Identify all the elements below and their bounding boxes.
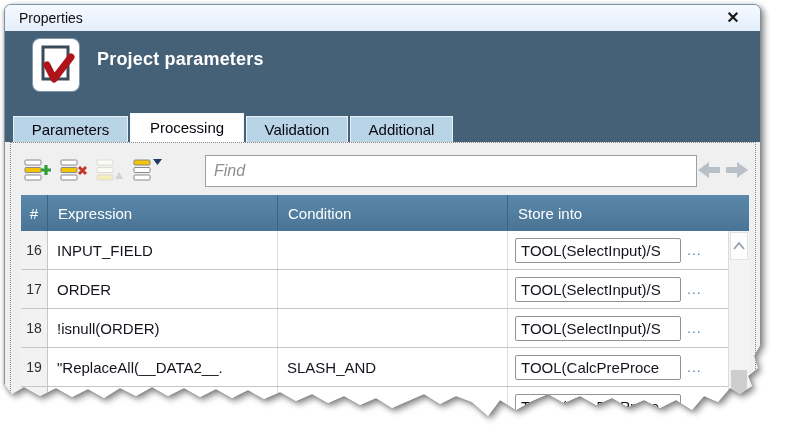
table-row[interactable]: 17 ORDER TOOL(SelectInput)/S ...	[21, 270, 728, 309]
find-prev-icon[interactable]	[697, 160, 721, 180]
find-input[interactable]	[205, 155, 697, 187]
properties-window-shadow: Properties ✕ Project parameters Paramete…	[4, 4, 761, 440]
store-into-cell[interactable]: TOOL(CalcPreProce ...	[508, 387, 728, 425]
store-into-ellipsis[interactable]: ...	[687, 359, 702, 375]
move-up-icon	[95, 156, 125, 184]
row-number: 16	[21, 231, 48, 269]
header-band: Project parameters Parameters Processing…	[5, 31, 760, 142]
expression-cell[interactable]: ORDER	[48, 270, 278, 308]
delete-row-icon[interactable]	[59, 156, 89, 184]
row-menu-icon[interactable]	[133, 156, 163, 184]
tab-additional[interactable]: Additional	[350, 116, 453, 142]
title-bar[interactable]: Properties ✕	[5, 5, 760, 31]
tab-processing[interactable]: Processing	[130, 113, 244, 142]
parameters-table: # Expression Condition Store into 16 INP…	[21, 195, 749, 440]
table-row[interactable]: 16 INPUT_FIELD TOOL(SelectInput)/S ...	[21, 231, 728, 270]
column-header-store-into[interactable]: Store into	[508, 195, 728, 231]
column-header-condition[interactable]: Condition	[278, 195, 508, 231]
store-into-value[interactable]: TOOL(CalcPreProce	[515, 394, 681, 419]
expression-cell[interactable]: !isnull(ORDER)	[48, 309, 278, 347]
find-navigation	[697, 160, 749, 180]
close-icon[interactable]: ✕	[722, 8, 744, 28]
scroll-up-icon[interactable]	[730, 232, 748, 260]
expression-cell[interactable]: INPUT_FIELD	[48, 231, 278, 269]
table-row[interactable]: 19 "ReplaceAll(__DATA2__. SLASH_AND TOOL…	[21, 348, 728, 387]
condition-cell[interactable]	[278, 387, 508, 425]
condition-cell[interactable]	[278, 309, 508, 347]
checked-document-icon	[33, 39, 79, 91]
store-into-cell[interactable]: TOOL(SelectInput)/S ...	[508, 270, 728, 308]
processing-tab-panel: # Expression Condition Store into 16 INP…	[10, 142, 756, 441]
expression-cell[interactable]: "ReplaceAll(__DATA2__.	[48, 348, 278, 386]
toolbar	[19, 152, 749, 190]
tab-parameters[interactable]: Parameters	[13, 116, 128, 142]
row-number	[21, 387, 48, 425]
store-into-cell[interactable]: TOOL(CalcPreProce ...	[508, 348, 728, 386]
column-header-num[interactable]: #	[21, 195, 48, 231]
expression-cell[interactable]: "...(__INIT__	[48, 387, 278, 425]
row-number: 19	[21, 348, 48, 386]
table-row-torn[interactable]: "...(__INIT__ TOOL(CalcPreProce ...	[21, 387, 728, 426]
store-into-cell[interactable]: TOOL(SelectInput)/S ...	[508, 231, 728, 269]
vertical-scrollbar[interactable]	[728, 231, 749, 440]
condition-cell[interactable]: SLASH_AND	[278, 348, 508, 386]
store-into-ellipsis[interactable]: ...	[687, 242, 702, 258]
condition-cell[interactable]	[278, 231, 508, 269]
store-into-ellipsis[interactable]: ...	[687, 398, 702, 414]
table-body: 16 INPUT_FIELD TOOL(SelectInput)/S ... 1…	[21, 231, 728, 426]
row-number: 17	[21, 270, 48, 308]
store-into-cell[interactable]: TOOL(SelectInput)/S ...	[508, 309, 728, 347]
find-next-icon[interactable]	[725, 160, 749, 180]
tab-strip: Parameters Processing Validation Additio…	[13, 113, 455, 142]
store-into-value[interactable]: TOOL(CalcPreProce	[515, 355, 681, 380]
store-into-ellipsis[interactable]: ...	[687, 281, 702, 297]
add-row-icon[interactable]	[23, 156, 53, 184]
row-number: 18	[21, 309, 48, 347]
properties-dialog: Properties ✕ Project parameters Paramete…	[4, 4, 761, 440]
store-into-value[interactable]: TOOL(SelectInput)/S	[515, 238, 681, 263]
column-header-expression[interactable]: Expression	[48, 195, 278, 231]
table-header-row: # Expression Condition Store into	[21, 195, 749, 231]
condition-cell[interactable]	[278, 270, 508, 308]
page-title: Project parameters	[97, 49, 264, 70]
window-title: Properties	[5, 10, 83, 26]
scrollbar-thumb[interactable]	[731, 370, 747, 440]
table-row[interactable]: 18 !isnull(ORDER) TOOL(SelectInput)/S ..…	[21, 309, 728, 348]
screenshot-canvas: Properties ✕ Project parameters Paramete…	[0, 0, 788, 447]
store-into-ellipsis[interactable]: ...	[687, 320, 702, 336]
tab-validation[interactable]: Validation	[246, 116, 348, 142]
store-into-value[interactable]: TOOL(SelectInput)/S	[515, 277, 681, 302]
store-into-value[interactable]: TOOL(SelectInput)/S	[515, 316, 681, 341]
